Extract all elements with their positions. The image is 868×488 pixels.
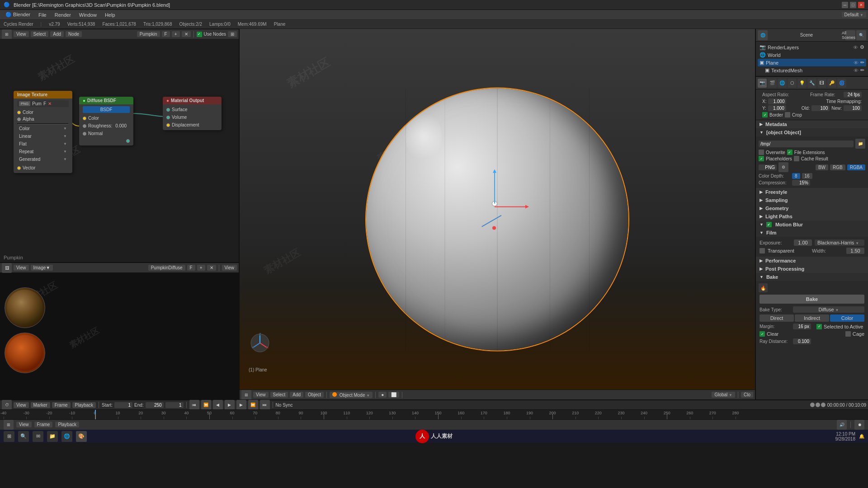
tab-camera[interactable]: 📷	[758, 79, 767, 88]
texturedmesh-eye[interactable]: 👁	[854, 68, 859, 73]
img-image-menu[interactable]: Image▼	[31, 265, 53, 271]
vp-select-menu[interactable]: Select	[270, 392, 288, 398]
bake-type-dropdown[interactable]: Diffuse ▼	[793, 306, 864, 313]
transparent-checkbox[interactable]	[760, 248, 765, 253]
light-paths-heading[interactable]: ▶ Light Paths	[756, 212, 868, 221]
plane-edit[interactable]: ✏	[860, 60, 864, 66]
vp-add-menu[interactable]: Add	[290, 392, 303, 398]
node-expand-btn[interactable]: ⊞	[228, 31, 237, 37]
rgba-btn[interactable]: RGBA	[847, 164, 865, 170]
flat-row[interactable]: Flat ▼	[17, 141, 69, 147]
plane-item[interactable]: ▣ Plane 👁 ✏	[758, 59, 866, 66]
node-select-menu[interactable]: Select	[31, 31, 49, 37]
geometry-heading[interactable]: ▶ Geometry	[756, 204, 868, 212]
generated-row[interactable]: Generated ▼	[17, 156, 69, 163]
search-icon[interactable]: 🔍	[18, 431, 29, 442]
vp-object-menu[interactable]: Object	[305, 392, 324, 398]
menu-render[interactable]: Render	[51, 11, 75, 19]
close-btn[interactable]: ✕	[858, 2, 864, 8]
node-plus-btn[interactable]: +	[172, 31, 180, 37]
y-val[interactable]: 1.000	[768, 105, 786, 111]
format-settings-btn[interactable]: ⚙	[778, 162, 788, 172]
timeline-frame-menu[interactable]: Frame	[52, 402, 71, 408]
img-plus2[interactable]: +	[197, 265, 205, 271]
render-layers-item[interactable]: 📷 RenderLayers 👁 ⚙	[758, 43, 866, 51]
scene-btn[interactable]: 🌐	[758, 30, 768, 40]
audio-icon[interactable]: 🔊	[837, 420, 847, 430]
anim-frame-btn[interactable]: Frame	[34, 422, 53, 427]
tab-world[interactable]: 🌐	[778, 79, 787, 88]
tab-data[interactable]: 🔧	[807, 79, 816, 88]
sampling-heading[interactable]: ▶ Sampling	[756, 196, 868, 204]
compression-val[interactable]: 15%	[792, 180, 810, 186]
end-val[interactable]: 250	[146, 402, 164, 408]
workspace-dropdown[interactable]: Default ▼	[842, 12, 866, 18]
texturedmesh-item[interactable]: ▣ TexturedMesh 👁 ✏	[758, 66, 866, 74]
motion-blur-heading[interactable]: ▼ ✓ Motion Blur	[756, 221, 868, 229]
start-button[interactable]: ⊞	[4, 431, 14, 442]
clear-checkbox[interactable]: ✓	[760, 331, 765, 337]
go-start-btn[interactable]: ⏮	[189, 400, 199, 410]
img-close[interactable]: ✕	[48, 101, 52, 106]
output-heading[interactable]: ▼ [object Object]	[756, 128, 868, 136]
menu-blender[interactable]: 🔵 Blender	[2, 11, 34, 19]
node-f-btn[interactable]: F	[162, 31, 170, 37]
notification-area[interactable]: 🔔	[859, 434, 864, 439]
folder-btn[interactable]: 📁	[855, 139, 865, 149]
vp-dot-btn[interactable]: ●	[378, 392, 387, 398]
prev-keyframe-btn[interactable]: ◀	[213, 400, 223, 410]
selected-to-active-checkbox[interactable]: ✓	[816, 324, 822, 329]
timeline-marker-menu[interactable]: Marker	[31, 402, 50, 408]
img-view-menu[interactable]: View	[14, 265, 29, 271]
timeline-ruler[interactable]: -40-30-20-100102030405060708090100110120…	[0, 409, 868, 419]
taskbar-files[interactable]: 📁	[47, 431, 58, 442]
cache-checkbox[interactable]	[794, 156, 799, 161]
world-item[interactable]: 🌐 World	[758, 51, 866, 59]
menu-window[interactable]: Window	[75, 11, 100, 19]
timeline-playback-menu[interactable]: Playback	[72, 402, 96, 408]
x-val[interactable]: 1.000	[768, 99, 786, 104]
rgb-btn[interactable]: RGB	[830, 164, 845, 170]
format-val[interactable]: PNG	[759, 164, 777, 170]
menu-file[interactable]: File	[35, 11, 50, 19]
start-val[interactable]: 1	[114, 402, 132, 408]
timeline-view-menu[interactable]: View	[14, 402, 29, 408]
motion-blur-checkbox[interactable]: ✓	[766, 222, 772, 227]
tab-render[interactable]: 🎬	[768, 79, 777, 88]
img-f2[interactable]: F	[187, 265, 195, 271]
tab-scene[interactable]: 🌀	[837, 79, 846, 88]
minimize-btn[interactable]: ─	[842, 2, 848, 8]
tab-particles[interactable]: 🎞	[817, 79, 826, 88]
use-nodes-checkbox[interactable]: ✓	[197, 32, 202, 37]
film-heading[interactable]: ▼ Film	[756, 229, 868, 237]
diffuse-bsdf-node[interactable]: ● Diffuse BSDF BSDF Color Roughness: 0.0…	[79, 97, 133, 145]
record-btn[interactable]: ⏺	[854, 420, 864, 430]
plane-eye[interactable]: 👁	[854, 60, 859, 66]
node-x-btn[interactable]: ✕	[182, 31, 191, 37]
cd-16-btn[interactable]: 16	[802, 173, 812, 179]
placeholders-checkbox[interactable]: ✓	[759, 156, 764, 161]
viewport[interactable]: User Persp 素材社区 素材社区 素材社区	[240, 29, 755, 399]
next-frame-btn[interactable]: ⏩	[248, 400, 258, 410]
anim-playback-btn[interactable]: Playback	[55, 422, 79, 427]
vp-global-btn[interactable]: Global ▼	[712, 392, 735, 398]
bake-button[interactable]: Bake	[760, 295, 864, 304]
tab-constraints[interactable]: 🔑	[827, 79, 836, 88]
cd-8-btn[interactable]: 8	[792, 173, 800, 179]
maximize-btn[interactable]: □	[850, 2, 856, 8]
vp-shading-solid[interactable]: ⬜	[388, 392, 399, 398]
prev-frame-btn[interactable]: ⏪	[201, 400, 211, 410]
all-scenes-dropdown[interactable]: All Scenes ▼	[845, 30, 855, 40]
vp-view-menu[interactable]: View	[253, 392, 269, 398]
border-checkbox[interactable]: ✓	[762, 112, 768, 117]
linear-row[interactable]: Linear ▼	[17, 133, 69, 140]
image-texture-node[interactable]: Image Texture PNG Pum F ✕ Color	[14, 91, 72, 173]
vp-mode-btn[interactable]: Object Mode ▼	[330, 392, 373, 398]
search-btn[interactable]: 🔍	[856, 30, 866, 40]
node-view-menu[interactable]: View	[14, 31, 29, 37]
freestyle-heading[interactable]: ▶ Freestyle	[756, 188, 868, 196]
color-mode-row[interactable]: Color ▼	[17, 125, 69, 132]
performance-heading[interactable]: ▶ Performance	[756, 257, 868, 265]
node-node-menu[interactable]: Node	[66, 31, 82, 37]
play-btn[interactable]: ▶	[225, 400, 235, 410]
